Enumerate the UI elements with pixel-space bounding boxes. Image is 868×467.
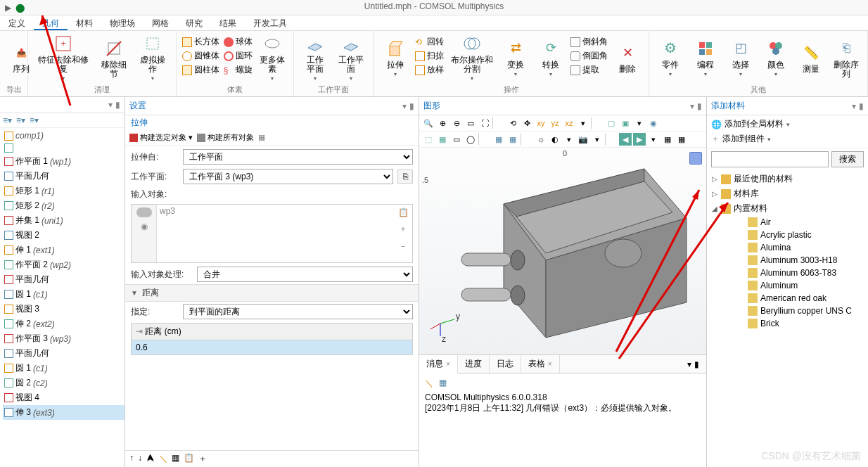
view-icon[interactable]: xz: [563, 117, 575, 129]
panel-pin-icon[interactable]: ▮: [409, 101, 414, 111]
add-icon[interactable]: ＋: [399, 223, 407, 235]
panel-pin-icon[interactable]: ▮: [694, 359, 699, 369]
view-icon[interactable]: xy: [535, 117, 547, 129]
panel-pin-icon[interactable]: ▮: [697, 101, 702, 111]
defeature-button[interactable]: +特征去除和修复▾: [32, 32, 94, 84]
tb-icon[interactable]: ＋: [198, 453, 207, 465]
distance-table[interactable]: ⇥ 距离 (cm) 0.6: [131, 323, 413, 355]
tool-icon[interactable]: ▦: [675, 133, 688, 146]
tab-progress[interactable]: 进度: [458, 355, 490, 373]
tree-item[interactable]: comp1): [3, 129, 125, 142]
zoom-extent-icon[interactable]: ⛶: [478, 117, 491, 129]
tb-icon[interactable]: ↑: [129, 453, 134, 465]
prim-sphere[interactable]: 球体: [222, 35, 254, 49]
msg-tool-icon[interactable]: ▦: [439, 378, 447, 390]
revolve-button[interactable]: ⟲回转: [414, 35, 445, 49]
qat-icon[interactable]: ⬤: [15, 1, 25, 11]
panel-menu-icon[interactable]: ▾: [852, 101, 856, 111]
tb-icon[interactable]: ↓: [138, 453, 142, 465]
virtual-ops-button[interactable]: 虚拟操作▾: [134, 32, 171, 84]
render-icon[interactable]: ▾: [563, 133, 575, 146]
remove-details-button[interactable]: 移除细节: [95, 32, 132, 84]
view-icon[interactable]: ▾: [577, 117, 589, 129]
close-icon[interactable]: ×: [446, 360, 450, 368]
panel-menu-icon[interactable]: ▾: [108, 100, 113, 110]
build-selected-button[interactable]: 构建选定对象 ▾: [129, 132, 193, 143]
material-tree-item[interactable]: Beryllium copper UNS C: [710, 305, 865, 317]
zoom-out-icon[interactable]: ⊖: [450, 117, 463, 129]
workplane-button[interactable]: 工作 平面▾: [298, 32, 332, 84]
fillet-button[interactable]: 倒圆角: [569, 49, 609, 63]
panel-menu-icon[interactable]: ▾: [402, 101, 407, 111]
sel-mode-icon[interactable]: ◯: [464, 133, 477, 146]
menu-study[interactable]: 研究: [177, 15, 211, 30]
sel-mode-icon[interactable]: ▦: [436, 133, 449, 146]
build-all-button[interactable]: 构建所有对象: [197, 132, 254, 143]
tree-item[interactable]: 伸 1 (ext1): [3, 243, 125, 257]
tree-item[interactable]: 平面几何: [3, 346, 125, 361]
delete-button[interactable]: ✕删除: [611, 32, 644, 84]
prim-cylinder[interactable]: 圆柱体: [181, 63, 221, 77]
tb-icon[interactable]: ⮝: [146, 453, 155, 465]
specify-select[interactable]: 到平面的距离: [183, 304, 413, 319]
tree-item[interactable]: 作平面 2 (wp2): [3, 257, 125, 272]
tree-item[interactable]: 平面几何: [3, 272, 125, 287]
graphics-viewport[interactable]: 0 .5 y z: [419, 148, 706, 354]
clip-icon[interactable]: ▶: [633, 133, 646, 146]
tree-item[interactable]: 并集 1 (uni1): [3, 213, 125, 228]
view-badge-icon[interactable]: [689, 152, 702, 165]
loft-button[interactable]: 放样: [414, 63, 445, 77]
selection-button[interactable]: ◰选择▾: [724, 32, 758, 84]
pan-icon[interactable]: ✥: [521, 117, 533, 129]
tab-log[interactable]: 日志: [490, 355, 521, 373]
panel-pin-icon[interactable]: ▮: [859, 101, 864, 111]
build-icon[interactable]: ▦: [258, 133, 265, 142]
search-button[interactable]: 搜索: [831, 151, 864, 167]
parts-button[interactable]: ⚙零件▾: [653, 32, 687, 84]
input-proc-select[interactable]: 合并: [197, 267, 413, 282]
model-tree[interactable]: comp1)作平面 1 (wp1)平面几何矩形 1 (r1)矩形 2 (r2)并…: [0, 128, 125, 421]
distance-section-header[interactable]: ▼距离: [125, 284, 419, 302]
add-to-global-button[interactable]: 🌐添加到全局材料▾: [711, 117, 864, 132]
material-tree-item[interactable]: Acrylic plastic: [710, 229, 865, 241]
select-icon[interactable]: ▾: [633, 117, 646, 129]
render-icon[interactable]: ☼: [535, 133, 547, 146]
paste-icon[interactable]: 📋: [398, 207, 409, 217]
select-icon[interactable]: ▣: [619, 117, 632, 129]
sweep-button[interactable]: 扫掠: [414, 49, 445, 63]
clear-icon[interactable]: ＼: [425, 378, 433, 390]
tb-icon[interactable]: ＼: [159, 453, 167, 465]
sel-tool-icon[interactable]: ▦: [506, 133, 519, 146]
tree-item[interactable]: 伸 2 (ext2): [3, 316, 125, 331]
tree-item[interactable]: 视图 2: [3, 228, 125, 243]
zoom-in-icon[interactable]: ⊕: [436, 117, 449, 129]
color-button[interactable]: 颜色▾: [759, 32, 793, 84]
material-tree-item[interactable]: Aluminum 3003-H18: [710, 254, 865, 267]
tree-tool-icon[interactable]: ≡▾: [16, 115, 25, 125]
material-tree[interactable]: ▷最近使用的材料▷材料库◢内置材料AirAcrylic plasticAlumi…: [707, 170, 868, 467]
render-icon[interactable]: ▾: [591, 133, 604, 146]
tree-item[interactable]: [3, 142, 125, 154]
panel-pin-icon[interactable]: ▮: [115, 100, 120, 110]
sel-mode-icon[interactable]: ▭: [450, 133, 463, 146]
menu-results[interactable]: 结果: [211, 15, 245, 30]
measure-button[interactable]: 📏测量: [794, 32, 828, 84]
menu-mesh[interactable]: 网格: [143, 15, 177, 30]
prim-cone[interactable]: 圆锥体: [181, 49, 221, 63]
workplane2-button[interactable]: 工作平面▾: [333, 32, 369, 84]
clip-icon[interactable]: ◀: [619, 133, 632, 146]
material-tree-item[interactable]: Aluminum 6063-T83: [710, 267, 865, 279]
goto-wp-button[interactable]: ⎘: [397, 169, 413, 184]
tool-icon[interactable]: ▦: [661, 133, 674, 146]
list-active-icon[interactable]: ◉: [141, 222, 148, 231]
tree-tool-icon[interactable]: ≡▾: [30, 115, 39, 125]
sel-mode-icon[interactable]: ⬚: [422, 133, 435, 146]
camera-icon[interactable]: 📷: [577, 133, 589, 146]
close-icon[interactable]: ×: [548, 360, 552, 368]
gear-icon[interactable]: ▾: [647, 133, 660, 146]
tree-item[interactable]: 圆 1 (c1): [3, 287, 125, 302]
material-tree-item[interactable]: Aluminum: [710, 279, 865, 292]
tree-item[interactable]: 作平面 3 (wp3): [3, 331, 125, 346]
prim-torus[interactable]: 圆环: [222, 49, 254, 63]
panel-menu-icon[interactable]: ▾: [690, 101, 694, 111]
